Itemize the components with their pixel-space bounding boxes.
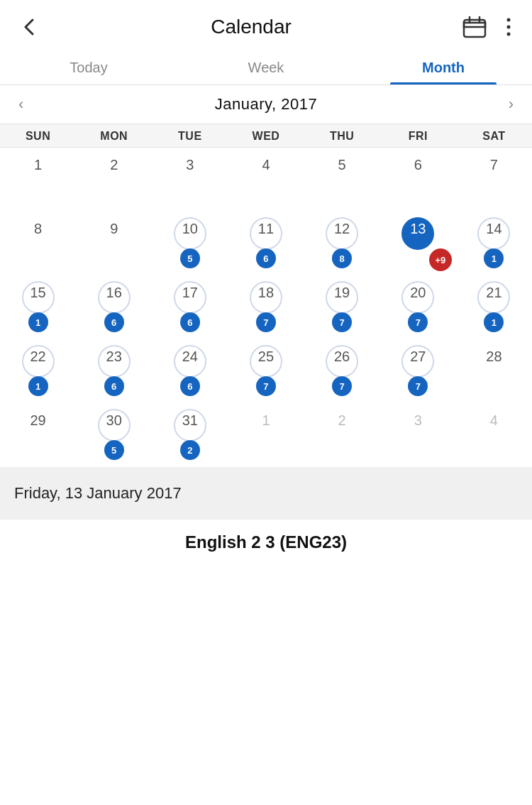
day-headers-row: SUN MON TUE WED THU FRI SAT — [0, 124, 532, 148]
day-header-thu: THU — [304, 130, 380, 143]
event-badge: 1 — [484, 312, 504, 332]
month-title: January, 2017 — [215, 95, 317, 114]
back-button[interactable] — [17, 14, 43, 40]
tab-week[interactable]: Week — [177, 48, 355, 84]
day-header-mon: MON — [76, 130, 152, 143]
calendar-cell[interactable]: 176 — [152, 275, 228, 339]
calendar-cell[interactable]: 305 — [76, 403, 152, 467]
page-title: Calendar — [211, 16, 292, 38]
tab-today[interactable]: Today — [0, 48, 177, 84]
app-header: Calendar — [0, 0, 532, 48]
calendar-cell[interactable]: 267 — [304, 339, 380, 403]
header-actions — [460, 13, 515, 41]
calendar-cell[interactable]: 105 — [152, 212, 228, 275]
event-badge: 5 — [104, 440, 124, 460]
calendar-cell[interactable]: 1 — [0, 148, 76, 212]
calendar-cell[interactable]: 197 — [304, 275, 380, 339]
calendar-cell[interactable]: 9 — [76, 212, 152, 275]
calendar-cell[interactable]: 128 — [304, 212, 380, 275]
calendar-cell[interactable]: 257 — [228, 339, 304, 403]
calendar-cell[interactable]: 236 — [76, 339, 152, 403]
calendar-cell[interactable]: 7 — [456, 148, 532, 212]
calendar-icon-button[interactable] — [460, 13, 489, 41]
date-number: 16 — [106, 285, 122, 300]
calendar-cell[interactable]: 151 — [0, 275, 76, 339]
event-badge: 6 — [180, 376, 200, 396]
calendar-cell[interactable]: 166 — [76, 275, 152, 339]
tab-month[interactable]: Month — [355, 48, 532, 84]
prev-month-button[interactable]: ‹ — [11, 92, 31, 116]
calendar-cell[interactable]: 6 — [380, 148, 456, 212]
date-number: 2 — [110, 158, 118, 172]
selected-date-footer: Friday, 13 January 2017 — [0, 467, 532, 520]
calendar-cell[interactable]: 312 — [152, 403, 228, 467]
date-number: 26 — [334, 349, 350, 363]
day-header-wed: WED — [228, 130, 304, 143]
date-number: 29 — [30, 413, 45, 427]
date-number: 2 — [338, 413, 346, 427]
date-number: 10 — [182, 221, 198, 236]
svg-point-6 — [506, 33, 510, 36]
date-number: 21 — [486, 285, 501, 300]
calendar-cell[interactable]: 1 — [228, 403, 304, 467]
event-badge: 8 — [332, 248, 352, 268]
calendar-cell[interactable]: 187 — [228, 275, 304, 339]
calendar-cell[interactable]: 4 — [228, 148, 304, 212]
calendar-cell[interactable]: 3 — [380, 403, 456, 467]
calendar-cell[interactable]: 207 — [380, 275, 456, 339]
next-month-button[interactable]: › — [501, 92, 521, 116]
date-number: 28 — [486, 349, 501, 363]
selected-date-label: Friday, 13 January 2017 — [14, 484, 182, 502]
calendar-cell[interactable]: 116 — [228, 212, 304, 275]
calendar-cell[interactable]: 5 — [304, 148, 380, 212]
date-number: 9 — [110, 221, 118, 236]
calendar-cell[interactable]: 28 — [456, 339, 532, 403]
overflow-badge: +9 — [429, 248, 452, 271]
day-header-fri: FRI — [380, 130, 456, 143]
date-number: 19 — [334, 285, 350, 300]
event-badge: 2 — [180, 440, 200, 460]
event-badge: 7 — [332, 312, 352, 332]
date-number: 25 — [258, 349, 274, 363]
calendar-cell[interactable]: 3 — [152, 148, 228, 212]
calendar-grid: 12345678910511612813+9141151166176187197… — [0, 148, 532, 467]
date-number: 7 — [490, 158, 498, 172]
calendar-cell[interactable]: 2 — [76, 148, 152, 212]
more-options-button[interactable] — [502, 13, 515, 40]
date-number: 1 — [262, 413, 270, 427]
date-number: 27 — [410, 349, 426, 363]
date-number: 8 — [34, 221, 42, 236]
event-badge: 6 — [104, 376, 124, 396]
calendar-icon — [462, 16, 487, 38]
calendar-cell[interactable]: 277 — [380, 339, 456, 403]
date-number: 3 — [186, 158, 194, 172]
calendar-cell[interactable]: 2 — [304, 403, 380, 467]
date-number: 4 — [262, 158, 270, 172]
date-number: 13 — [410, 221, 426, 236]
event-badge: 7 — [332, 376, 352, 396]
date-number: 18 — [258, 285, 274, 300]
calendar-cell[interactable]: 211 — [456, 275, 532, 339]
calendar-cell[interactable]: 13+9 — [380, 212, 456, 275]
calendar-cell[interactable]: 4 — [456, 403, 532, 467]
calendar-cell[interactable]: 29 — [0, 403, 76, 467]
event-badge: 7 — [256, 376, 276, 396]
event-badge: 6 — [104, 312, 124, 332]
date-number: 17 — [182, 285, 198, 300]
date-number: 14 — [486, 221, 501, 236]
date-number: 20 — [410, 285, 426, 300]
more-vert-icon — [505, 16, 512, 38]
day-header-sun: SUN — [0, 130, 76, 143]
bottom-label: English 2 3 (ENG23) — [0, 520, 532, 559]
svg-point-5 — [506, 26, 510, 29]
calendar-cell[interactable]: 141 — [456, 212, 532, 275]
date-number: 1 — [34, 158, 42, 172]
event-badge: 1 — [484, 248, 504, 268]
calendar-cell[interactable]: 246 — [152, 339, 228, 403]
event-badge: 7 — [256, 312, 276, 332]
calendar-cell[interactable]: 8 — [0, 212, 76, 275]
event-badge: 1 — [28, 376, 48, 396]
calendar-cell[interactable]: 221 — [0, 339, 76, 403]
date-number: 5 — [338, 158, 346, 172]
date-number: 24 — [182, 349, 198, 363]
